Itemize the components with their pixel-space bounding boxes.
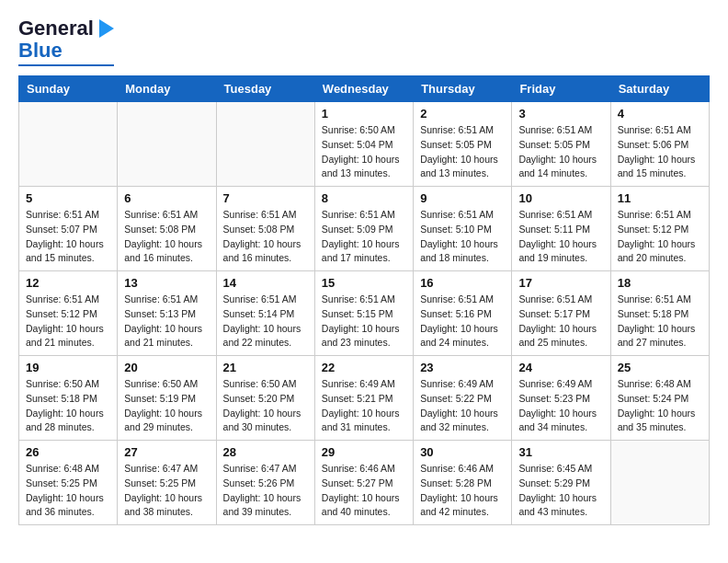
day-info: Sunrise: 6:51 AMSunset: 5:05 PMDaylight:…: [518, 123, 603, 181]
day-number: 5: [26, 191, 110, 205]
calendar-cell: 2Sunrise: 6:51 AMSunset: 5:05 PMDaylight…: [414, 102, 512, 187]
day-number: 23: [420, 361, 505, 374]
calendar-cell: [118, 102, 216, 187]
day-number: 11: [618, 191, 702, 205]
calendar-cell: 10Sunrise: 6:51 AMSunset: 5:11 PMDayligh…: [512, 187, 610, 271]
day-info: Sunrise: 6:51 AMSunset: 5:12 PMDaylight:…: [618, 208, 702, 266]
day-info: Sunrise: 6:51 AMSunset: 5:12 PMDaylight:…: [26, 293, 110, 350]
weekday-header-friday: Friday: [512, 76, 610, 102]
day-info: Sunrise: 6:51 AMSunset: 5:08 PMDaylight:…: [223, 208, 308, 266]
calendar-cell: [19, 102, 118, 187]
calendar-cell: 13Sunrise: 6:51 AMSunset: 5:13 PMDayligh…: [118, 271, 216, 356]
calendar-week-2: 5Sunrise: 6:51 AMSunset: 5:07 PMDaylight…: [19, 187, 710, 271]
day-info: Sunrise: 6:51 AMSunset: 5:09 PMDaylight:…: [322, 208, 406, 266]
day-number: 26: [26, 445, 110, 459]
logo-line: [18, 64, 114, 66]
day-number: 25: [618, 361, 702, 374]
day-number: 3: [518, 107, 603, 121]
calendar-cell: 4Sunrise: 6:51 AMSunset: 5:06 PMDaylight…: [610, 102, 709, 187]
calendar-cell: 17Sunrise: 6:51 AMSunset: 5:17 PMDayligh…: [512, 271, 610, 356]
day-number: 28: [223, 445, 308, 459]
calendar-cell: [216, 102, 314, 187]
weekday-header-thursday: Thursday: [414, 76, 512, 102]
day-info: Sunrise: 6:51 AMSunset: 5:07 PMDaylight:…: [26, 208, 110, 266]
calendar-week-5: 26Sunrise: 6:48 AMSunset: 5:25 PMDayligh…: [19, 441, 710, 525]
day-number: 9: [420, 191, 505, 205]
calendar-table: SundayMondayTuesdayWednesdayThursdayFrid…: [18, 75, 710, 525]
day-info: Sunrise: 6:51 AMSunset: 5:05 PMDaylight:…: [420, 123, 505, 181]
calendar-week-1: 1Sunrise: 6:50 AMSunset: 5:04 PMDaylight…: [19, 102, 710, 187]
weekday-header-sunday: Sunday: [19, 76, 118, 102]
calendar-cell: 9Sunrise: 6:51 AMSunset: 5:10 PMDaylight…: [414, 187, 512, 271]
calendar-cell: 25Sunrise: 6:48 AMSunset: 5:24 PMDayligh…: [610, 356, 709, 441]
day-info: Sunrise: 6:51 AMSunset: 5:11 PMDaylight:…: [518, 208, 603, 266]
day-number: 24: [518, 361, 603, 374]
day-info: Sunrise: 6:49 AMSunset: 5:22 PMDaylight:…: [420, 377, 505, 435]
day-info: Sunrise: 6:50 AMSunset: 5:20 PMDaylight:…: [223, 377, 308, 435]
day-info: Sunrise: 6:51 AMSunset: 5:14 PMDaylight:…: [223, 293, 308, 350]
calendar-cell: 18Sunrise: 6:51 AMSunset: 5:18 PMDayligh…: [610, 271, 709, 356]
day-number: 4: [618, 107, 702, 121]
calendar-cell: 12Sunrise: 6:51 AMSunset: 5:12 PMDayligh…: [19, 271, 118, 356]
calendar-week-3: 12Sunrise: 6:51 AMSunset: 5:12 PMDayligh…: [19, 271, 710, 356]
svg-marker-0: [99, 19, 114, 38]
day-number: 8: [322, 191, 406, 205]
day-info: Sunrise: 6:47 AMSunset: 5:26 PMDaylight:…: [223, 462, 308, 520]
day-number: 19: [26, 361, 110, 374]
day-number: 22: [322, 361, 406, 374]
day-info: Sunrise: 6:49 AMSunset: 5:23 PMDaylight:…: [518, 377, 603, 435]
day-info: Sunrise: 6:51 AMSunset: 5:16 PMDaylight:…: [420, 293, 505, 350]
day-number: 18: [618, 276, 702, 290]
calendar-cell: 11Sunrise: 6:51 AMSunset: 5:12 PMDayligh…: [610, 187, 709, 271]
calendar-cell: 30Sunrise: 6:46 AMSunset: 5:28 PMDayligh…: [414, 441, 512, 525]
day-info: Sunrise: 6:46 AMSunset: 5:27 PMDaylight:…: [322, 462, 406, 520]
day-number: 27: [124, 445, 209, 459]
day-info: Sunrise: 6:48 AMSunset: 5:25 PMDaylight:…: [26, 462, 110, 520]
day-info: Sunrise: 6:51 AMSunset: 5:15 PMDaylight:…: [322, 293, 406, 350]
calendar-cell: 26Sunrise: 6:48 AMSunset: 5:25 PMDayligh…: [19, 441, 118, 525]
day-number: 29: [322, 445, 406, 459]
day-info: Sunrise: 6:50 AMSunset: 5:19 PMDaylight:…: [124, 377, 209, 435]
day-number: 6: [124, 191, 209, 205]
calendar-header-row: SundayMondayTuesdayWednesdayThursdayFrid…: [19, 76, 710, 102]
day-number: 12: [26, 276, 110, 290]
logo-arrow-icon: [97, 19, 114, 38]
day-number: 20: [124, 361, 209, 374]
calendar-cell: 6Sunrise: 6:51 AMSunset: 5:08 PMDaylight…: [118, 187, 216, 271]
calendar-cell: 14Sunrise: 6:51 AMSunset: 5:14 PMDayligh…: [216, 271, 314, 356]
day-info: Sunrise: 6:50 AMSunset: 5:18 PMDaylight:…: [26, 377, 110, 435]
day-info: Sunrise: 6:51 AMSunset: 5:06 PMDaylight:…: [618, 123, 702, 181]
calendar-cell: 5Sunrise: 6:51 AMSunset: 5:07 PMDaylight…: [19, 187, 118, 271]
calendar-cell: 29Sunrise: 6:46 AMSunset: 5:27 PMDayligh…: [314, 441, 413, 525]
calendar-cell: 3Sunrise: 6:51 AMSunset: 5:05 PMDaylight…: [512, 102, 610, 187]
weekday-header-saturday: Saturday: [610, 76, 709, 102]
day-number: 13: [124, 276, 209, 290]
day-number: 14: [223, 276, 308, 290]
day-number: 16: [420, 276, 505, 290]
calendar-cell: 19Sunrise: 6:50 AMSunset: 5:18 PMDayligh…: [19, 356, 118, 441]
day-info: Sunrise: 6:51 AMSunset: 5:08 PMDaylight:…: [124, 208, 209, 266]
day-info: Sunrise: 6:47 AMSunset: 5:25 PMDaylight:…: [124, 462, 209, 520]
calendar-cell: 8Sunrise: 6:51 AMSunset: 5:09 PMDaylight…: [314, 187, 413, 271]
day-info: Sunrise: 6:50 AMSunset: 5:04 PMDaylight:…: [322, 123, 406, 181]
day-number: 17: [518, 276, 603, 290]
calendar-cell: 1Sunrise: 6:50 AMSunset: 5:04 PMDaylight…: [314, 102, 413, 187]
calendar-cell: 23Sunrise: 6:49 AMSunset: 5:22 PMDayligh…: [414, 356, 512, 441]
day-info: Sunrise: 6:46 AMSunset: 5:28 PMDaylight:…: [420, 462, 505, 520]
calendar-cell: 22Sunrise: 6:49 AMSunset: 5:21 PMDayligh…: [314, 356, 413, 441]
day-number: 15: [322, 276, 406, 290]
day-info: Sunrise: 6:51 AMSunset: 5:13 PMDaylight:…: [124, 293, 209, 350]
day-info: Sunrise: 6:49 AMSunset: 5:21 PMDaylight:…: [322, 377, 406, 435]
calendar-cell: 16Sunrise: 6:51 AMSunset: 5:16 PMDayligh…: [414, 271, 512, 356]
weekday-header-wednesday: Wednesday: [314, 76, 413, 102]
calendar-week-4: 19Sunrise: 6:50 AMSunset: 5:18 PMDayligh…: [19, 356, 710, 441]
day-number: 7: [223, 191, 308, 205]
logo-blue: Blue: [18, 39, 63, 63]
calendar-cell: 21Sunrise: 6:50 AMSunset: 5:20 PMDayligh…: [216, 356, 314, 441]
calendar-cell: 7Sunrise: 6:51 AMSunset: 5:08 PMDaylight…: [216, 187, 314, 271]
weekday-header-tuesday: Tuesday: [216, 76, 314, 102]
day-number: 10: [518, 191, 603, 205]
logo-general: General: [18, 18, 94, 39]
calendar-cell: 24Sunrise: 6:49 AMSunset: 5:23 PMDayligh…: [512, 356, 610, 441]
calendar-cell: 28Sunrise: 6:47 AMSunset: 5:26 PMDayligh…: [216, 441, 314, 525]
